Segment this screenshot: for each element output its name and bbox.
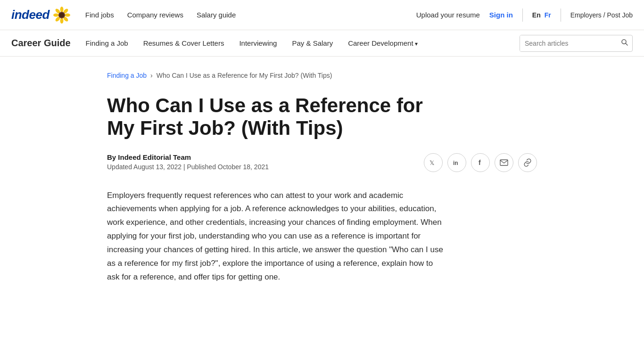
nav-finding-a-job[interactable]: Finding a Job: [86, 39, 128, 47]
share-facebook-button[interactable]: f: [471, 153, 490, 172]
language-selector: En Fr: [532, 11, 551, 19]
nav-company-reviews[interactable]: Company reviews: [127, 11, 183, 19]
lang-divider: [522, 8, 523, 22]
article-dates: Updated August 13, 2022 | Published Octo…: [107, 163, 269, 171]
secondary-nav-links: Finding a Job Resumes & Cover Letters In…: [86, 39, 520, 47]
top-nav-right: Upload your resume Sign in En Fr Employe…: [416, 8, 633, 22]
svg-point-0: [60, 7, 63, 12]
nav-pay-salary[interactable]: Pay & Salary: [292, 39, 333, 47]
svg-text:𝕏: 𝕏: [429, 159, 434, 166]
logo-area[interactable]: indeed: [11, 7, 70, 24]
lang-en[interactable]: En: [532, 11, 541, 19]
svg-rect-15: [500, 160, 508, 165]
article-author: By Indeed Editorial Team: [107, 153, 269, 161]
nav-resumes[interactable]: Resumes & Cover Letters: [143, 39, 224, 47]
share-linkedin-button[interactable]: in: [447, 153, 466, 172]
twitter-icon: 𝕏: [429, 158, 438, 167]
employers-link[interactable]: Employers / Post Job: [570, 11, 633, 19]
search-input[interactable]: [520, 35, 617, 51]
upload-resume-link[interactable]: Upload your resume: [416, 11, 480, 19]
nav-career-development[interactable]: Career Development: [348, 39, 418, 47]
breadcrumb-parent[interactable]: Finding a Job: [107, 72, 147, 79]
search-bar[interactable]: [520, 35, 633, 52]
meta-left: By Indeed Editorial Team Updated August …: [107, 153, 269, 171]
career-guide-title: Career Guide: [11, 38, 71, 49]
share-twitter-button[interactable]: 𝕏: [424, 153, 443, 172]
facebook-icon: f: [476, 158, 485, 167]
nav-find-jobs[interactable]: Find jobs: [85, 11, 114, 19]
search-button[interactable]: [617, 39, 632, 48]
share-email-button[interactable]: [495, 153, 513, 172]
indeed-logo[interactable]: indeed: [11, 8, 50, 22]
svg-text:f: f: [479, 159, 481, 166]
email-icon: [500, 158, 508, 167]
article-title: Who Can I Use as a Reference for My Firs…: [107, 94, 446, 140]
svg-line-11: [626, 43, 627, 45]
link-icon: [523, 158, 532, 167]
svg-point-4: [60, 18, 63, 24]
nav-salary-guide[interactable]: Salary guide: [197, 11, 236, 19]
lang-divider-2: [561, 8, 561, 22]
article-paragraph-1: Employers frequently request references …: [107, 189, 446, 284]
breadcrumb-arrow: ›: [150, 72, 153, 79]
sign-in-link[interactable]: Sign in: [489, 11, 513, 19]
article-body: Employers frequently request references …: [107, 189, 446, 284]
sunflower-icon: [53, 7, 70, 24]
share-icons: 𝕏 in f: [424, 153, 537, 172]
svg-point-6: [53, 13, 59, 16]
search-icon: [621, 39, 628, 46]
svg-point-9: [59, 13, 64, 17]
svg-text:in: in: [453, 160, 458, 166]
lang-fr[interactable]: Fr: [545, 11, 551, 19]
linkedin-icon: in: [453, 158, 461, 167]
logo-text: indeed: [11, 8, 50, 22]
breadcrumb: Finding a Job › Who Can I Use as a Refer…: [107, 72, 537, 79]
secondary-navigation: Career Guide Finding a Job Resumes & Cov…: [0, 30, 644, 57]
nav-interviewing[interactable]: Interviewing: [239, 39, 277, 47]
top-navigation: indeed Find jobs Company reviews Salary …: [0, 0, 644, 30]
top-nav-links: Find jobs Company reviews Salary guide: [85, 11, 416, 19]
breadcrumb-current: Who Can I Use as a Reference for My Firs…: [157, 72, 332, 79]
svg-point-2: [65, 13, 70, 16]
share-link-button[interactable]: [518, 153, 537, 172]
article-meta: By Indeed Editorial Team Updated August …: [107, 153, 537, 172]
main-content: Finding a Job › Who Can I Use as a Refer…: [96, 57, 548, 313]
